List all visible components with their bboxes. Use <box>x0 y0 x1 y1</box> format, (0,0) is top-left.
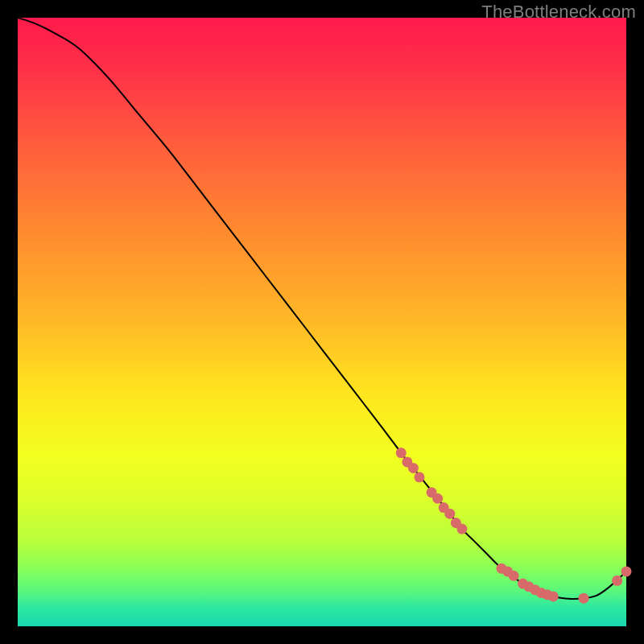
data-point <box>396 448 407 458</box>
data-point <box>509 571 519 581</box>
data-point <box>456 524 467 535</box>
data-point <box>414 472 424 482</box>
data-point <box>432 493 443 504</box>
data-point <box>408 463 419 473</box>
chart-frame: TheBottleneck.com <box>0 0 644 644</box>
watermark-text: TheBottleneck.com <box>481 2 636 23</box>
bottleneck-curve <box>18 18 626 599</box>
data-point <box>621 566 632 576</box>
data-point <box>548 591 559 601</box>
plot-svg <box>18 18 626 626</box>
plot-area <box>18 18 626 626</box>
data-point <box>579 593 589 604</box>
data-point-markers <box>396 448 632 604</box>
data-point <box>612 576 622 586</box>
data-point <box>444 509 455 519</box>
